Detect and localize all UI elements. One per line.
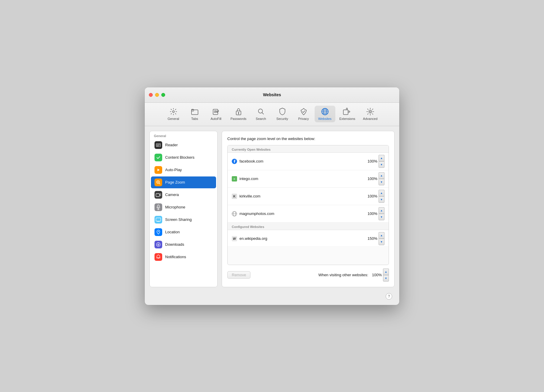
svg-rect-10 bbox=[343, 110, 348, 115]
sidebar-item-screen-sharing[interactable]: Screen Sharing bbox=[151, 214, 216, 226]
svg-line-20 bbox=[159, 183, 160, 184]
stepper-up[interactable]: ▲ bbox=[379, 232, 384, 239]
panel-description: Control the page zoom level on the websi… bbox=[227, 136, 389, 141]
microphone-icon bbox=[154, 203, 162, 211]
zoom-stepper: 100% ▲ ▼ bbox=[366, 172, 384, 185]
zoom-value: 150% bbox=[366, 236, 377, 241]
page-zoom-label: Page Zoom bbox=[165, 180, 185, 184]
table-row[interactable]: W en.wikipedia.org 150% ▲ ▼ bbox=[228, 230, 389, 246]
location-icon bbox=[154, 228, 162, 236]
svg-point-28 bbox=[158, 231, 159, 232]
remove-button[interactable]: Remove bbox=[227, 271, 250, 279]
toolbar-item-search[interactable]: Search bbox=[251, 106, 271, 122]
toolbar-item-privacy[interactable]: Privacy bbox=[293, 106, 314, 122]
toolbar: General Tabs AutoFill bbox=[145, 103, 399, 126]
svg-rect-25 bbox=[156, 218, 161, 221]
sidebar-section-header: General bbox=[150, 131, 217, 139]
toolbar-item-security[interactable]: Security bbox=[272, 106, 293, 122]
other-zoom-stepper-down[interactable]: ▼ bbox=[383, 275, 389, 282]
stepper-down[interactable]: ▼ bbox=[379, 214, 384, 220]
intego-icon: ≡ bbox=[232, 176, 237, 181]
sidebar-item-reader[interactable]: Reader bbox=[151, 139, 216, 151]
svg-point-11 bbox=[369, 111, 371, 113]
stepper-wrap: ▲ ▼ bbox=[379, 207, 384, 220]
tabs-label: Tabs bbox=[191, 117, 198, 121]
sidebar-item-page-zoom[interactable]: Page Zoom bbox=[151, 176, 216, 188]
search-label: Search bbox=[256, 117, 266, 121]
general-icon bbox=[170, 107, 177, 116]
stepper-down[interactable]: ▼ bbox=[379, 196, 384, 203]
svg-rect-21 bbox=[156, 194, 160, 197]
help-button[interactable]: ? bbox=[386, 293, 392, 300]
stepper-wrap: ▲ ▼ bbox=[383, 269, 389, 282]
svg-rect-1 bbox=[191, 110, 198, 115]
sidebar-item-auto-play[interactable]: Auto-Play bbox=[151, 164, 216, 176]
toolbar-item-websites[interactable]: Websites bbox=[315, 106, 335, 122]
sidebar-item-microphone[interactable]: Microphone bbox=[151, 201, 216, 213]
svg-point-6 bbox=[258, 109, 263, 113]
stepper-down[interactable]: ▼ bbox=[379, 161, 384, 168]
websites-label: Websites bbox=[318, 117, 331, 121]
site-name: intego.com bbox=[239, 176, 366, 181]
site-name: facebook.com bbox=[239, 159, 366, 163]
websites-scrollable-list[interactable]: Currently Open Websites facebook.com bbox=[228, 145, 389, 246]
zoom-value: 100% bbox=[366, 176, 377, 181]
microphone-label: Microphone bbox=[165, 205, 185, 209]
other-websites-zoom: 100% bbox=[371, 273, 382, 277]
minimize-button[interactable] bbox=[155, 93, 159, 97]
toolbar-item-passwords[interactable]: Passwords bbox=[227, 106, 250, 122]
configured-header: Configured Websites bbox=[228, 223, 389, 230]
facebook-icon bbox=[232, 159, 237, 164]
close-button[interactable] bbox=[149, 93, 153, 97]
zoom-stepper: 100% ▲ ▼ bbox=[366, 190, 384, 203]
auto-play-icon bbox=[154, 166, 162, 174]
maximize-button[interactable] bbox=[161, 93, 165, 97]
currently-open-header: Currently Open Websites bbox=[228, 145, 389, 153]
autofill-icon bbox=[212, 107, 220, 116]
table-row[interactable]: magnumphotos.com 100% ▲ ▼ bbox=[228, 205, 389, 223]
stepper-wrap: ▲ ▼ bbox=[379, 232, 384, 245]
toolbar-item-advanced[interactable]: Advanced bbox=[359, 106, 381, 122]
toolbar-item-tabs[interactable]: Tabs bbox=[184, 106, 205, 122]
table-row[interactable]: ≡ intego.com 100% ▲ ▼ bbox=[228, 170, 389, 188]
svg-text:K: K bbox=[233, 195, 236, 198]
websites-icon bbox=[321, 107, 329, 116]
stepper-up[interactable]: ▲ bbox=[379, 172, 384, 179]
toolbar-item-extensions[interactable]: Extensions bbox=[336, 106, 359, 122]
screen-sharing-label: Screen Sharing bbox=[165, 217, 192, 222]
privacy-icon bbox=[300, 107, 308, 116]
titlebar: Websites bbox=[145, 87, 399, 103]
auto-play-label: Auto-Play bbox=[165, 168, 182, 172]
table-row[interactable]: facebook.com 100% ▲ ▼ bbox=[228, 153, 389, 170]
stepper-up[interactable]: ▲ bbox=[379, 190, 384, 196]
advanced-label: Advanced bbox=[363, 117, 377, 121]
footer-right: When visiting other websites: 100% ▲ ▼ bbox=[318, 269, 389, 282]
stepper-up[interactable]: ▲ bbox=[379, 155, 384, 161]
content-blockers-icon bbox=[154, 154, 162, 161]
other-zoom-stepper-up[interactable]: ▲ bbox=[383, 269, 389, 275]
sidebar-item-notifications[interactable]: Notifications bbox=[151, 251, 216, 263]
advanced-icon bbox=[366, 107, 374, 116]
kirkville-icon: K bbox=[232, 194, 237, 199]
autofill-label: AutoFill bbox=[210, 117, 221, 121]
sidebar-item-location[interactable]: Location bbox=[151, 226, 216, 238]
websites-table: Currently Open Websites facebook.com bbox=[227, 145, 389, 265]
notifications-label: Notifications bbox=[165, 255, 186, 259]
screen-sharing-icon bbox=[154, 216, 162, 224]
sidebar-item-content-blockers[interactable]: Content Blockers bbox=[151, 152, 216, 163]
zoom-value: 100% bbox=[366, 159, 377, 163]
extensions-label: Extensions bbox=[339, 117, 355, 121]
stepper-up[interactable]: ▲ bbox=[379, 207, 384, 214]
sidebar: General Reader bbox=[149, 131, 218, 287]
passwords-icon bbox=[235, 107, 242, 116]
sidebar-item-downloads[interactable]: Downloads bbox=[151, 239, 216, 250]
traffic-lights bbox=[149, 93, 165, 97]
stepper-down[interactable]: ▼ bbox=[379, 179, 384, 185]
stepper-down[interactable]: ▼ bbox=[379, 239, 384, 245]
table-row[interactable]: K kirkville.com 100% ▲ ▼ bbox=[228, 188, 389, 205]
reader-label: Reader bbox=[165, 143, 178, 147]
toolbar-item-general[interactable]: General bbox=[163, 106, 184, 122]
sidebar-item-camera[interactable]: Camera bbox=[151, 189, 216, 201]
passwords-label: Passwords bbox=[231, 117, 247, 121]
toolbar-item-autofill[interactable]: AutoFill bbox=[206, 106, 226, 122]
